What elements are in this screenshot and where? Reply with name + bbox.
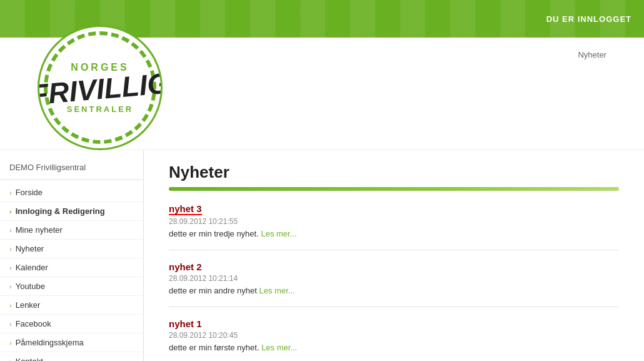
sidebar-item-label: Forside — [16, 188, 43, 197]
content-area: Nyheter nyhet 3 28.09.2012 10:21:55 dett… — [144, 150, 644, 361]
sidebar-item-mine-nyheter[interactable]: › Mine nyheter — [0, 221, 143, 240]
news-date-2: 28.09.2012 10:21:14 — [169, 274, 619, 283]
news-date-3: 28.09.2012 10:21:55 — [169, 217, 619, 226]
sidebar-item-pameldingsskjema[interactable]: › Påmeldingsskjema — [0, 333, 143, 352]
sidebar-item-lenker[interactable]: › Lenker — [0, 296, 143, 315]
news-excerpt-3: dette er min tredje nyhet. Les mer... — [169, 229, 619, 238]
read-more-1[interactable]: Les mer... — [261, 343, 297, 352]
news-excerpt-1: dette er min første nyhet. Les mer... — [169, 343, 619, 352]
chevron-icon: › — [9, 283, 12, 290]
logged-in-status: DU ER INNLOGGET — [546, 14, 631, 24]
chevron-icon: › — [9, 320, 12, 328]
chevron-icon: › — [9, 208, 12, 215]
sidebar-item-facebook[interactable]: › Facebook — [0, 315, 143, 333]
chevron-icon: › — [9, 245, 12, 253]
sidebar-item-label: Facebook — [16, 319, 51, 328]
news-excerpt-2: dette er min andre nyhet Les mer... — [169, 286, 619, 295]
news-title-2[interactable]: nyhet 2 — [169, 262, 202, 272]
news-title-3[interactable]: nyhet 3 — [169, 203, 202, 214]
sidebar-item-label: Nyheter — [16, 244, 44, 253]
news-date-1: 28.09.2012 10:20:45 — [169, 331, 619, 340]
sidebar-item-label: Lenker — [16, 300, 41, 310]
sidebar-item-youtube[interactable]: › Youtube — [0, 277, 143, 296]
sidebar-item-innloging[interactable]: › Innloging & Redigering — [0, 202, 143, 221]
sidebar-item-label: Youtube — [16, 282, 45, 291]
read-more-3[interactable]: Les mer... — [261, 229, 296, 238]
nyheter-top-link[interactable]: Nyheter — [578, 50, 606, 59]
sidebar: DEMO Frivilligsentral › Forside › Innlog… — [0, 150, 144, 361]
sidebar-item-kalender[interactable]: › Kalender — [0, 258, 143, 277]
page-title: Nyheter — [169, 163, 619, 182]
sidebar-item-label: Innloging & Redigering — [16, 206, 105, 216]
chevron-icon: › — [9, 226, 12, 234]
chevron-icon: › — [9, 302, 12, 309]
sidebar-item-label: Påmeldingsskjema — [16, 338, 84, 347]
news-title-1[interactable]: nyhet 1 — [169, 318, 202, 329]
sidebar-item-label: Mine nyheter — [16, 225, 63, 235]
read-more-2[interactable]: Les mer... — [259, 286, 295, 295]
news-item-1: nyhet 1 28.09.2012 10:20:45 dette er min… — [169, 318, 619, 361]
sidebar-item-forside[interactable]: › Forside — [0, 183, 143, 202]
sidebar-item-label: Kontakt — [16, 357, 43, 361]
sidebar-item-kontakt[interactable]: › Kontakt — [0, 352, 143, 361]
chevron-icon: › — [9, 358, 12, 362]
sidebar-item-label: Kalender — [16, 263, 48, 272]
news-item-2: nyhet 2 28.09.2012 10:21:14 dette er min… — [169, 262, 619, 307]
chevron-icon: › — [9, 189, 12, 196]
green-divider — [169, 187, 619, 191]
sidebar-title: DEMO Frivilligsentral — [0, 156, 143, 180]
sidebar-item-nyheter[interactable]: › Nyheter — [0, 240, 143, 258]
chevron-icon: › — [9, 264, 12, 272]
main-container: DEMO Frivilligsentral › Forside › Innlog… — [0, 150, 644, 361]
logo: NORGES FRIVILLIG SENTRALER — [38, 25, 163, 150]
chevron-icon: › — [9, 339, 12, 347]
logo-area: NORGES FRIVILLIG SENTRALER Nyheter — [0, 38, 644, 150]
news-item-3: nyhet 3 28.09.2012 10:21:55 dette er min… — [169, 203, 619, 250]
